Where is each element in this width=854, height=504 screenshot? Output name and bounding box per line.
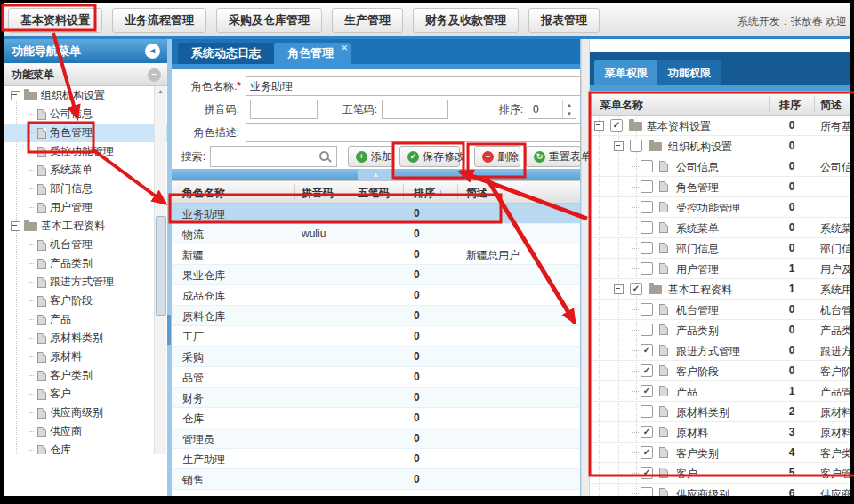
checkbox[interactable]: ✓ <box>640 446 653 459</box>
sidebar-tree-item[interactable]: 受控功能管理 <box>4 142 167 161</box>
expander-icon[interactable] <box>11 91 20 100</box>
table-row[interactable]: 成品仓库0 <box>172 285 580 306</box>
permission-tree-item[interactable]: ✓基本工程资料1系统用 <box>590 279 850 300</box>
table-row[interactable]: 工厂0 <box>172 326 580 347</box>
column-header-wubi[interactable]: 五笔码 <box>358 186 390 201</box>
permission-tree-item[interactable]: ✓原材料3原材料 <box>590 422 850 443</box>
checkbox[interactable]: ✓ <box>640 467 653 479</box>
checkbox[interactable] <box>640 405 653 418</box>
permission-tree-item[interactable]: 组织机构设置0 <box>590 136 850 156</box>
menu-item[interactable]: 基本资料设置 <box>8 8 102 33</box>
expander-icon[interactable] <box>614 141 624 151</box>
column-header-menu-name[interactable]: 菜单名称 <box>600 98 643 113</box>
reset-button[interactable]: ↻ 重置表单 <box>526 146 581 167</box>
permission-tree-item[interactable]: 系统菜单0系统菜 <box>590 218 850 238</box>
table-row[interactable]: 销售0 <box>172 469 580 490</box>
sidebar-tree-item[interactable]: 原材料 <box>4 348 167 366</box>
expander-icon[interactable] <box>614 284 624 294</box>
tab-menu-permissions[interactable]: 菜单权限 <box>594 60 658 85</box>
sidebar-tree-item[interactable]: 部门信息 <box>4 180 167 198</box>
pinyin-input[interactable] <box>250 100 318 119</box>
sidebar-tree-item[interactable]: 跟进方式管理 <box>4 273 167 292</box>
permission-tree-item[interactable]: 供应商级别6供应商 <box>590 484 850 496</box>
table-row[interactable]: 生产助理0 <box>172 449 580 469</box>
table-row[interactable]: 财务0 <box>172 388 580 408</box>
table-row[interactable]: 管理员0 <box>172 428 580 449</box>
column-header-pinyin[interactable]: 拼音码 <box>302 186 334 201</box>
sidebar-tree-item[interactable]: 系统菜单 <box>4 161 167 180</box>
permission-tree-item[interactable]: 用户管理1用户及 <box>590 259 850 279</box>
permission-tree-item[interactable]: ✓基本资料设置0所有基 <box>590 116 850 136</box>
checkbox[interactable] <box>640 201 653 213</box>
checkbox[interactable]: ✓ <box>640 344 653 356</box>
checkbox[interactable]: ✓ <box>640 385 653 397</box>
checkbox[interactable]: ✓ <box>640 364 653 377</box>
permission-tree-item[interactable]: 产品类别0产品类 <box>590 320 850 340</box>
search-input[interactable] <box>211 147 325 166</box>
collapse-handle[interactable]: ▲ <box>358 169 395 180</box>
expander-icon[interactable] <box>11 221 20 231</box>
sidebar-tree-item[interactable]: 原材料类别 <box>4 329 167 348</box>
scrollbar-thumb[interactable] <box>156 216 166 316</box>
column-header-desc[interactable]: 简述 <box>466 186 487 201</box>
sidebar-section-header[interactable]: 功能菜单 − <box>4 63 167 86</box>
checkbox[interactable] <box>640 242 653 254</box>
table-row[interactable]: 原料仓库0 <box>172 306 580 326</box>
permission-tree-item[interactable]: ✓跟进方式管理0跟进方 <box>590 340 850 361</box>
sidebar-tree-item[interactable]: 客户 <box>4 385 167 404</box>
checkbox[interactable] <box>640 303 653 316</box>
tab-function-permissions[interactable]: 功能权限 <box>657 60 721 85</box>
close-icon[interactable] <box>341 44 348 52</box>
menu-item[interactable]: 报表管理 <box>528 8 600 33</box>
sidebar-tree-item[interactable]: 供应商 <box>4 422 167 441</box>
checkbox[interactable] <box>630 140 642 152</box>
permission-tree-item[interactable]: ✓客户类别4客户类 <box>590 443 850 463</box>
menu-item[interactable]: 财务及收款管理 <box>413 8 519 33</box>
permission-tree-item[interactable]: ✓客户5客户管 <box>590 463 850 484</box>
table-row[interactable]: 物流wuliu0 <box>172 224 580 244</box>
table-row[interactable]: 采购0 <box>172 347 580 367</box>
table-row[interactable]: 业务助理0 <box>172 204 580 224</box>
table-row[interactable]: 果业仓库0 <box>172 265 580 285</box>
wubi-input[interactable] <box>382 100 448 119</box>
expander-icon[interactable] <box>594 121 604 131</box>
permission-tree-item[interactable]: 部门信息0部门信 <box>590 238 850 259</box>
sidebar-tree-item[interactable]: 产品 <box>4 310 167 329</box>
sidebar-tree-item[interactable]: 基本工程资料 <box>4 217 167 236</box>
table-row[interactable]: 仓库0 <box>172 408 580 428</box>
permission-tree-item[interactable]: 机台管理0机台管 <box>590 300 850 320</box>
checkbox[interactable] <box>640 487 653 496</box>
table-row[interactable]: 新疆0新疆总用户 <box>172 244 580 265</box>
sort-spinner[interactable]: 0 ▲ ▼ <box>528 100 576 119</box>
right-splitter[interactable] <box>581 39 590 496</box>
checkbox[interactable] <box>640 160 653 172</box>
search-icon[interactable] <box>319 151 329 161</box>
sidebar-scrollbar[interactable]: ▲ ▼ <box>154 86 166 468</box>
column-header-sort[interactable]: 排序 ↓ <box>414 186 443 201</box>
checkbox[interactable] <box>640 221 653 234</box>
checkbox[interactable]: ✓ <box>640 426 653 438</box>
role-desc-input[interactable] <box>246 123 581 142</box>
table-row[interactable]: 品管0 <box>172 367 580 388</box>
role-name-input[interactable] <box>246 76 581 96</box>
sidebar-tree-item[interactable]: 用户管理 <box>4 198 167 217</box>
add-button[interactable]: + 添加 <box>348 146 394 167</box>
sidebar-tree-item[interactable]: 角色管理 <box>4 124 167 142</box>
checkbox[interactable] <box>640 324 653 336</box>
permission-tree-item[interactable]: 角色管理0 <box>590 177 850 197</box>
checkbox[interactable]: ✓ <box>630 283 642 295</box>
checkbox[interactable] <box>640 180 653 193</box>
tab-role-management[interactable]: 角色管理 <box>274 43 351 64</box>
sidebar-tree-item[interactable]: 客户类别 <box>4 366 167 385</box>
sidebar-tree-item[interactable]: 机台管理 <box>4 236 167 254</box>
sidebar-tree-item[interactable]: 公司信息 <box>4 105 167 124</box>
sidebar-tree-item[interactable]: 客户阶段 <box>4 292 167 310</box>
menu-item[interactable]: 生产管理 <box>332 8 403 33</box>
sidebar-tree-item[interactable]: 产品类别 <box>4 254 167 273</box>
menu-item[interactable]: 采购及仓库管理 <box>216 8 322 33</box>
collapse-minus-icon[interactable]: − <box>148 68 161 82</box>
tab-system-log[interactable]: 系统动态日志 <box>178 43 274 64</box>
delete-button[interactable]: − 删除 <box>474 146 520 167</box>
column-header-name[interactable]: 角色名称 <box>182 186 225 201</box>
sidebar-tree-item[interactable]: 供应商级别 <box>4 404 167 422</box>
